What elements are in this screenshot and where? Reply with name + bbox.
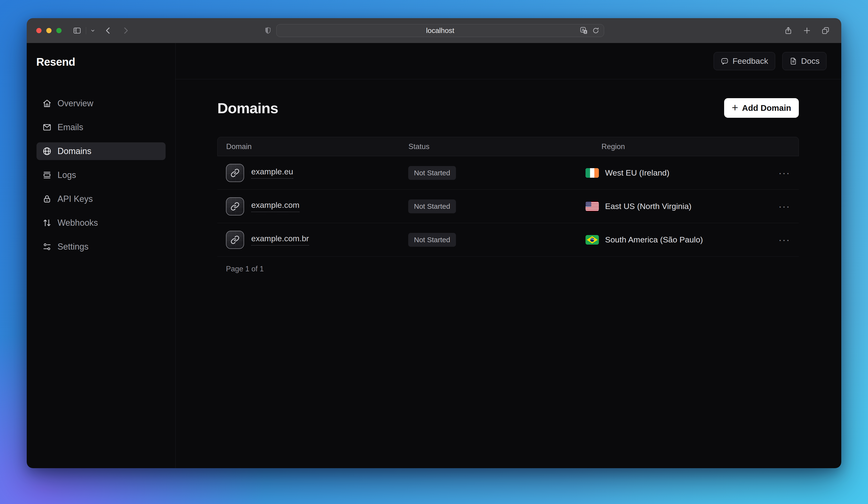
status-badge: Not Started (408, 233, 456, 247)
minimize-window-button[interactable] (46, 28, 52, 33)
close-window-button[interactable] (36, 28, 42, 33)
address-bar-icons: A (580, 26, 600, 35)
document-icon (789, 57, 797, 65)
sidebar-item-label: Logs (58, 170, 76, 180)
privacy-shield-icon[interactable] (264, 27, 272, 34)
arrows-up-down-icon (42, 218, 52, 228)
column-header-status: Status (409, 142, 586, 151)
reload-icon[interactable] (592, 27, 600, 34)
table-row: example.com Not Started East US (North V… (217, 190, 799, 223)
browser-window: localhost A (27, 18, 841, 468)
sidebar-item-api-keys[interactable]: API Keys (37, 190, 166, 208)
back-button[interactable] (104, 26, 112, 35)
docs-button[interactable]: Docs (782, 52, 826, 70)
app-content: Resend Overview Emails (27, 43, 841, 468)
feedback-bubble-icon (721, 57, 728, 65)
sidebar: Resend Overview Emails (27, 43, 176, 468)
feedback-button[interactable]: Feedback (714, 52, 775, 70)
toolbar-left-group (36, 26, 130, 35)
pagination-status: Page 1 of 1 (217, 265, 799, 273)
row-options-icon[interactable]: ··· (774, 235, 790, 245)
mail-icon (42, 122, 52, 132)
translate-icon[interactable]: A (580, 26, 588, 35)
sidebar-item-label: API Keys (58, 194, 93, 204)
link-icon[interactable] (226, 197, 244, 215)
column-header-region: Region (586, 142, 773, 151)
region-label: South America (São Paulo) (605, 235, 703, 244)
main-body: Domains + Add Domain Domain Status Regio… (176, 79, 841, 273)
sidebar-item-label: Emails (58, 122, 83, 132)
address-bar[interactable]: localhost A (276, 24, 604, 37)
sidebar-item-label: Settings (58, 242, 89, 252)
home-icon (42, 99, 52, 108)
sliders-icon (42, 242, 52, 252)
resend-logo: Resend (36, 56, 175, 68)
region-cell: South America (São Paulo) (586, 235, 774, 245)
row-options-icon[interactable]: ··· (774, 202, 790, 211)
brazil-flag-icon (586, 235, 599, 245)
domain-link[interactable]: example.eu (251, 167, 293, 179)
url-text: localhost (426, 27, 454, 34)
main-panel: Feedback Docs Domains + Add Domain (176, 43, 841, 468)
link-icon[interactable] (226, 164, 244, 182)
domain-cell: example.com (226, 197, 408, 215)
domain-cell: example.com.br (226, 231, 408, 249)
share-icon[interactable] (784, 26, 793, 35)
browser-toolbar: localhost A (27, 18, 841, 43)
sidebar-item-label: Domains (58, 146, 91, 156)
chevron-down-icon[interactable] (90, 28, 96, 33)
sidebar-nav: Overview Emails Domains (27, 94, 175, 262)
page-title: Domains (217, 100, 278, 117)
ireland-flag-icon (586, 168, 599, 178)
region-label: West EU (Ireland) (605, 168, 670, 178)
new-tab-icon[interactable] (803, 26, 811, 35)
tab-overview-icon[interactable] (821, 26, 830, 35)
column-header-domain: Domain (226, 142, 409, 151)
add-domain-button[interactable]: + Add Domain (724, 98, 799, 118)
traffic-lights (36, 28, 62, 33)
address-bar-group: localhost A (264, 24, 604, 37)
sidebar-item-logs[interactable]: Logs (37, 166, 166, 184)
add-domain-button-label: Add Domain (742, 103, 791, 113)
table-row: example.com.br Not Started South America… (217, 223, 799, 256)
status-badge: Not Started (408, 166, 456, 180)
region-cell: West EU (Ireland) (586, 168, 774, 178)
docs-button-label: Docs (801, 57, 819, 66)
domain-link[interactable]: example.com.br (251, 234, 309, 245)
domains-table: Domain Status Region example.eu (217, 137, 799, 256)
usa-flag-icon (586, 202, 599, 211)
zoom-window-button[interactable] (56, 28, 62, 33)
domain-link[interactable]: example.com (251, 200, 299, 212)
sidebar-toggle-icon[interactable] (73, 26, 82, 35)
link-icon[interactable] (226, 231, 244, 249)
rows-icon (42, 170, 52, 180)
sidebar-item-overview[interactable]: Overview (37, 94, 166, 112)
sidebar-item-emails[interactable]: Emails (37, 119, 166, 136)
domain-cell: example.eu (226, 164, 408, 182)
sidebar-item-settings[interactable]: Settings (37, 238, 166, 255)
status-badge: Not Started (408, 200, 456, 213)
feedback-button-label: Feedback (733, 57, 768, 66)
row-options-icon[interactable]: ··· (774, 168, 790, 178)
main-header: Feedback Docs (176, 43, 841, 79)
region-cell: East US (North Virginia) (586, 202, 774, 211)
table-header-row: Domain Status Region (217, 137, 799, 156)
sidebar-item-webhooks[interactable]: Webhooks (37, 214, 166, 232)
table-row: example.eu Not Started West EU (Ireland)… (217, 156, 799, 190)
forward-button[interactable] (122, 26, 130, 35)
region-label: East US (North Virginia) (605, 202, 691, 211)
toolbar-divider (86, 27, 86, 34)
sidebar-item-domains[interactable]: Domains (37, 142, 166, 160)
lock-icon (42, 194, 52, 204)
globe-icon (42, 147, 52, 156)
toolbar-right-group (784, 26, 830, 35)
sidebar-item-label: Overview (58, 98, 93, 109)
title-row: Domains + Add Domain (217, 98, 799, 118)
sidebar-item-label: Webhooks (58, 218, 98, 228)
